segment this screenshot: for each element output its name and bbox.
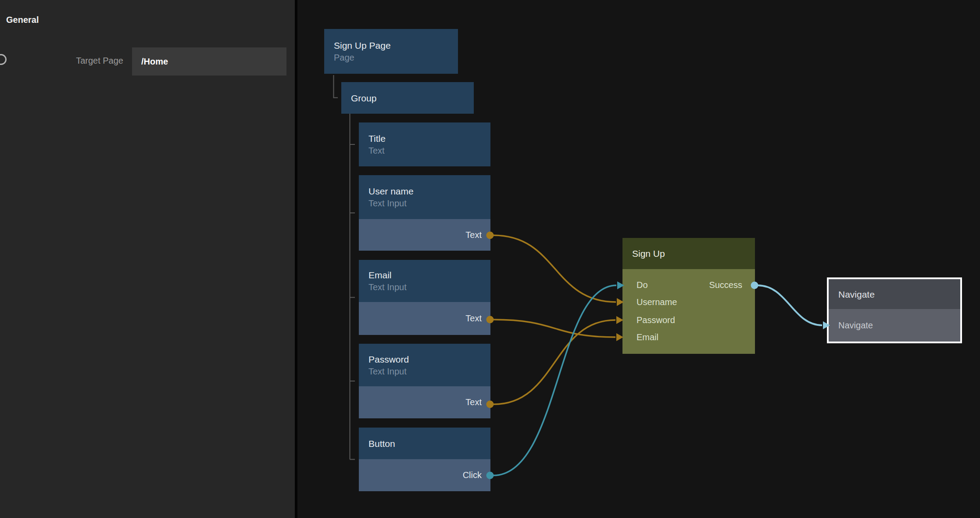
- node-subtitle: Text Input: [368, 366, 490, 378]
- port-label: Click: [463, 470, 482, 480]
- port-label: Navigate: [838, 320, 873, 331]
- node-email[interactable]: Email Text Input Text: [359, 260, 490, 335]
- input-port-navigate[interactable]: Navigate: [829, 309, 960, 342]
- node-group[interactable]: Group: [341, 82, 474, 114]
- node-button[interactable]: Button Click: [359, 428, 490, 491]
- target-page-label: Target Page: [35, 56, 123, 66]
- input-port-email[interactable]: Email: [637, 332, 658, 342]
- node-subtitle: Text Input: [368, 281, 490, 293]
- node-navigate[interactable]: Navigate Navigate: [827, 277, 962, 343]
- node-title-text[interactable]: Title Text: [359, 122, 490, 166]
- target-page-input[interactable]: [132, 47, 286, 76]
- node-title: Sign Up Page: [334, 39, 458, 52]
- output-port-text[interactable]: Text: [359, 386, 490, 418]
- node-user-name[interactable]: User name Text Input Text: [359, 175, 490, 251]
- input-port-do[interactable]: Do: [637, 280, 648, 290]
- node-password[interactable]: Password Text Input Text: [359, 344, 490, 418]
- node-title: Password: [368, 353, 490, 366]
- output-port-success[interactable]: Success: [709, 280, 742, 290]
- output-port-text[interactable]: Text: [359, 302, 490, 335]
- properties-panel: General Target Page: [0, 0, 295, 518]
- node-subtitle: Text: [368, 145, 490, 157]
- port-label: Text: [465, 230, 482, 240]
- node-sign-up-action[interactable]: Sign Up Do Username Password Email Succe…: [622, 238, 755, 354]
- input-port-username[interactable]: Username: [637, 297, 677, 307]
- output-port-click[interactable]: Click: [359, 459, 490, 491]
- connection-port-icon[interactable]: [0, 54, 7, 65]
- panel-divider: [295, 0, 297, 518]
- node-title: User name: [368, 185, 490, 198]
- node-title: Group: [351, 92, 474, 104]
- port-label: Text: [465, 313, 482, 324]
- port-label: Text: [465, 397, 482, 407]
- node-subtitle: Page: [334, 52, 458, 64]
- section-title: General: [6, 15, 39, 25]
- node-title: Button: [368, 437, 490, 450]
- output-port-text[interactable]: Text: [359, 219, 490, 251]
- node-sign-up-page[interactable]: Sign Up Page Page: [324, 29, 458, 74]
- node-title: Title: [368, 132, 490, 145]
- node-title: Navigate: [838, 288, 960, 301]
- node-subtitle: Text Input: [368, 198, 490, 209]
- input-port-password[interactable]: Password: [637, 315, 675, 325]
- node-title: Email: [368, 269, 490, 281]
- node-title: Sign Up: [632, 247, 755, 260]
